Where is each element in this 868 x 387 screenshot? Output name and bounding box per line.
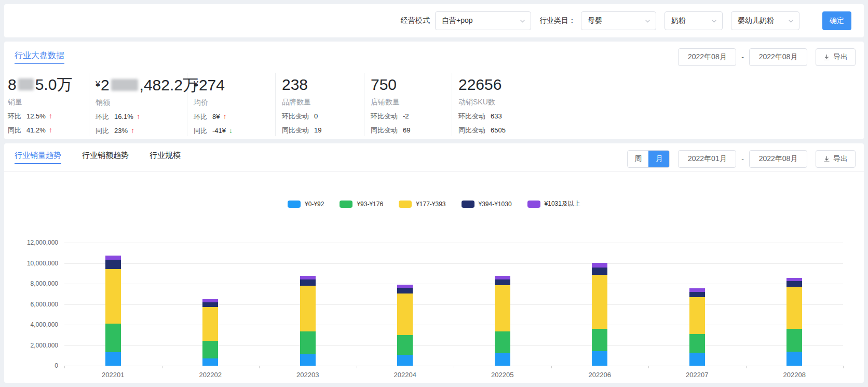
- x-axis-tick: [259, 366, 260, 368]
- down-arrow-icon: ↓: [229, 126, 233, 135]
- bar-segment-202202: [202, 302, 218, 308]
- bar-segment-202207: [689, 297, 705, 334]
- bar-segment-202206: [592, 263, 607, 268]
- kpi-compare-value: 69: [403, 126, 410, 134]
- kpi-value-part: 2: [101, 76, 110, 94]
- up-arrow-icon: ↑: [131, 126, 134, 135]
- kpi-value: ¥2,482.2万: [96, 76, 182, 94]
- x-axis-label: 202201: [102, 371, 124, 379]
- kpi-compare-row: 环比12.5%↑: [8, 112, 84, 121]
- up-arrow-icon: ↑: [49, 126, 52, 134]
- kpi-compare-key: 环比变动: [371, 112, 398, 120]
- kpi-compare-key: 环比: [194, 113, 207, 121]
- up-arrow-icon: ↑: [223, 112, 226, 121]
- kpi-value: 750: [371, 76, 446, 94]
- kpi-compare-value: 12.5%: [26, 112, 46, 120]
- bar-segment-202205: [495, 276, 510, 279]
- bar-segment-202203: [300, 286, 316, 331]
- bar-segment-202204: [397, 285, 413, 288]
- chevron-down-icon: [520, 18, 525, 24]
- bar-segment-202208: [786, 281, 802, 287]
- kpi-compare-key: 同比变动: [371, 126, 398, 134]
- x-axis-tick: [746, 366, 747, 368]
- bar-segment-202201: [105, 324, 121, 352]
- y-axis-label: 2,000,000: [4, 342, 58, 349]
- category-select[interactable]: 母婴: [581, 11, 656, 30]
- kpi-compare-row: 环比变动-2: [371, 112, 446, 121]
- overview-header: 行业大盘数据 2022年08月 - 2022年08月 导出: [4, 42, 864, 70]
- overview-date-end[interactable]: 2022年08月: [749, 48, 807, 66]
- kpi-compare-value: -41¥: [212, 127, 226, 135]
- bar-segment-202201: [105, 256, 121, 260]
- kpi-compare-key: 同比: [8, 126, 21, 134]
- bar-segment-202202: [202, 299, 218, 302]
- kpi-compare-row: 环比变动633: [458, 112, 859, 121]
- y-axis-label: 0: [4, 362, 58, 369]
- kpi-card: 85.0万销量环比12.5%↑同比41.2%↑: [4, 73, 89, 136]
- bar-segment-202206: [592, 275, 607, 329]
- gridline: [64, 345, 843, 346]
- export-label: 导出: [833, 52, 848, 62]
- kpi-compare-key: 同比: [96, 127, 109, 135]
- kpi-compare-value: 6505: [491, 126, 506, 134]
- subcategory-select-value: 奶粉: [671, 16, 686, 25]
- x-axis-tick: [162, 366, 162, 368]
- mode-label: 经营模式: [401, 16, 430, 25]
- bar-segment-202204: [397, 293, 413, 335]
- kpi-value-part: ¥: [96, 80, 100, 89]
- overview-title[interactable]: 行业大盘数据: [15, 50, 64, 64]
- category-label: 行业类目：: [539, 16, 576, 25]
- kpi-compare-value: 8¥: [212, 113, 220, 121]
- gridline: [64, 325, 843, 325]
- bar-segment-202205: [495, 353, 510, 366]
- bar-segment-202207: [689, 292, 705, 297]
- x-axis-label: 202204: [394, 371, 416, 379]
- leaf-category-select[interactable]: 婴幼儿奶粉: [731, 11, 799, 30]
- bar-segment-202207: [689, 334, 705, 353]
- kpi-compare-value: 633: [491, 112, 502, 120]
- kpi-compare-row: 同比-41¥↓: [194, 126, 270, 136]
- bar-segment-202205: [495, 331, 510, 353]
- gridline: [64, 284, 843, 284]
- bar-segment-202208: [786, 352, 802, 366]
- bar-segment-202205: [495, 279, 510, 285]
- kpi-value: 22656: [458, 76, 859, 94]
- download-icon: [823, 54, 830, 61]
- gridline: [64, 243, 843, 243]
- confirm-button[interactable]: 确定: [822, 11, 851, 30]
- kpi-compare-value: 19: [314, 126, 321, 134]
- bar-segment-202208: [786, 329, 802, 352]
- kpi-label: 动销SKU数: [458, 98, 859, 107]
- bar-segment-202203: [300, 354, 316, 366]
- kpi-compare-row: 同比变动6505: [458, 126, 859, 135]
- bar-segment-202202: [202, 307, 218, 340]
- overview-date-start[interactable]: 2022年08月: [678, 48, 736, 66]
- x-axis-label: 202205: [491, 371, 513, 379]
- bar-segment-202207: [689, 353, 705, 366]
- overview-export-button[interactable]: 导出: [816, 48, 856, 66]
- y-axis-label: 6,000,000: [4, 301, 58, 308]
- kpi-card: 22656动销SKU数环比变动633同比变动6505: [452, 73, 864, 136]
- up-arrow-icon: ↑: [49, 112, 52, 120]
- kpi-value-part: ¥: [194, 80, 198, 89]
- bar-segment-202202: [202, 341, 218, 359]
- bar-segment-202207: [689, 288, 705, 292]
- bar-segment-202204: [397, 335, 413, 355]
- kpi-compare-key: 环比变动: [282, 112, 309, 120]
- kpi-compare-key: 同比变动: [458, 126, 485, 134]
- kpi-card: ¥2,482.2万销额环比16.1%↑同比23%↑: [89, 73, 187, 136]
- date-range-separator: -: [741, 53, 744, 61]
- trend-panel: 行业销量趋势行业销额趋势行业规模 周月 2022年01月 - 2022年08月 …: [4, 143, 864, 383]
- overview-panel: 行业大盘数据 2022年08月 - 2022年08月 导出 85.0万销量环比1…: [4, 42, 864, 139]
- bar-segment-202204: [397, 355, 413, 366]
- mode-select[interactable]: 自营+pop: [435, 11, 531, 30]
- kpi-value: ¥274: [194, 76, 270, 94]
- bar-segment-202201: [105, 260, 121, 270]
- subcategory-select[interactable]: 奶粉: [664, 11, 723, 30]
- bar-segment-202206: [592, 329, 607, 351]
- x-axis-label: 202207: [686, 371, 708, 379]
- kpi-cards: 85.0万销量环比12.5%↑同比41.2%↑¥2,482.2万销额环比16.1…: [4, 73, 864, 136]
- kpi-value-part: 22656: [458, 76, 501, 93]
- bar-segment-202206: [592, 268, 607, 275]
- x-axis-tick: [64, 366, 65, 368]
